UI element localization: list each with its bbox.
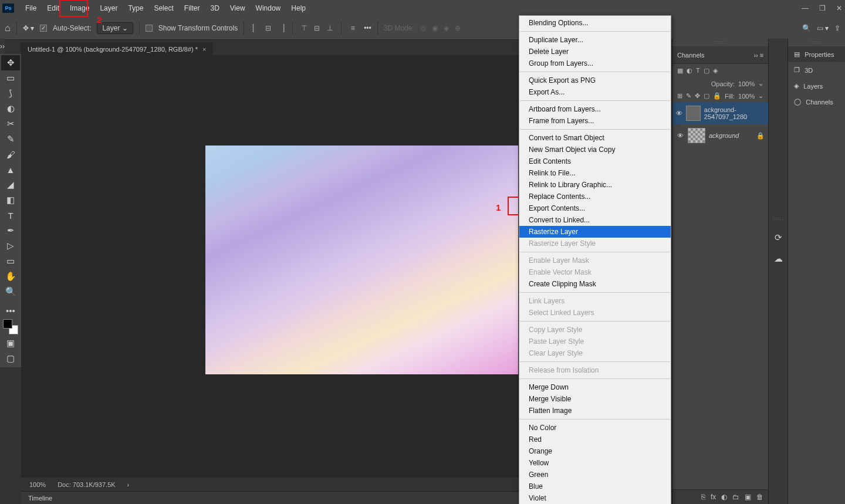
- doc-size-readout[interactable]: Doc: 703.1K/937.5K: [58, 481, 115, 488]
- ctx-replace-contents[interactable]: Replace Contents...: [519, 191, 671, 202]
- adjustments-icon[interactable]: ⟳: [769, 232, 787, 243]
- ctx-frame-from-layers[interactable]: Frame from Layers...: [519, 115, 671, 127]
- menu-select[interactable]: Select: [148, 1, 178, 15]
- ctx-blue[interactable]: Blue: [519, 481, 671, 492]
- menu-type[interactable]: Type: [123, 1, 148, 15]
- align-right-icon[interactable]: ▕: [276, 23, 286, 33]
- hand-tool[interactable]: ✋: [1, 269, 20, 284]
- show-transform-checkbox[interactable]: [146, 25, 153, 32]
- ctx-quick-export-as-png[interactable]: Quick Export as PNG: [519, 75, 671, 86]
- lock-artboard-icon[interactable]: ▢: [704, 92, 709, 100]
- color-swatches[interactable]: [3, 319, 18, 334]
- minimize-icon[interactable]: —: [802, 4, 809, 12]
- ctx-edit-contents[interactable]: Edit Contents: [519, 155, 671, 167]
- filter-pixel-icon[interactable]: ▦: [677, 67, 683, 75]
- new-layer-icon[interactable]: ▣: [745, 493, 751, 501]
- opacity-value[interactable]: 100%: [738, 80, 755, 87]
- panel-expand-icon[interactable]: ›› ≡: [753, 52, 763, 59]
- auto-select-checkbox[interactable]: [40, 25, 47, 32]
- ctx-export-contents[interactable]: Export Contents...: [519, 202, 671, 214]
- menu-file[interactable]: File: [20, 1, 42, 15]
- document-canvas[interactable]: [205, 146, 518, 374]
- align-left-icon[interactable]: ▏: [250, 23, 261, 33]
- visibility-icon[interactable]: 👁: [676, 132, 684, 139]
- eraser-tool[interactable]: ◧: [1, 192, 20, 208]
- lock-pixels-icon[interactable]: ✎: [686, 92, 691, 100]
- align-bottom-icon[interactable]: ⊥: [325, 23, 335, 33]
- ctx-convert-to-smart-object[interactable]: Convert to Smart Object: [519, 132, 671, 144]
- move-tool[interactable]: ✥: [1, 55, 20, 70]
- filter-type-icon[interactable]: T: [696, 67, 700, 75]
- menu-view[interactable]: View: [225, 1, 251, 15]
- filter-adjust-icon[interactable]: ◐: [687, 67, 692, 75]
- layer-fx-icon[interactable]: fx: [711, 493, 716, 501]
- lock-transparency-icon[interactable]: ⊞: [677, 92, 682, 100]
- menu-image[interactable]: Image: [65, 1, 94, 15]
- path-select-tool[interactable]: ▷: [1, 238, 20, 253]
- ctx-duplicate-layer[interactable]: Duplicate Layer...: [519, 34, 671, 46]
- ctx-relink-to-library-graphic[interactable]: Relink to Library Graphic...: [519, 179, 671, 191]
- menu-window[interactable]: Window: [251, 1, 286, 15]
- ctx-violet[interactable]: Violet: [519, 492, 671, 504]
- type-tool[interactable]: T: [1, 208, 20, 223]
- workspace-icon[interactable]: ▭ ▾: [817, 24, 829, 32]
- ctx-orange[interactable]: Orange: [519, 445, 671, 457]
- ctx-create-clipping-mask[interactable]: Create Clipping Mask: [519, 278, 671, 290]
- ctx-relink-to-file[interactable]: Relink to File...: [519, 167, 671, 179]
- foreground-swatch[interactable]: [3, 319, 12, 329]
- ctx-blending-options[interactable]: Blending Options...: [519, 17, 671, 29]
- align-vcenter-icon[interactable]: ⊟: [312, 23, 322, 33]
- zoom-readout[interactable]: 100%: [29, 481, 46, 488]
- home-icon[interactable]: ⌂: [5, 23, 11, 33]
- status-arrow-icon[interactable]: ›: [127, 481, 130, 488]
- ctx-export-as[interactable]: Export As...: [519, 86, 671, 98]
- properties-tab[interactable]: ▤ Properties: [788, 46, 845, 62]
- eyedropper-tool[interactable]: ✎: [1, 131, 20, 147]
- panel-grip3[interactable]: ::::::: [788, 39, 845, 46]
- ctx-artboard-from-layers[interactable]: Artboard from Layers...: [519, 103, 671, 115]
- layers-tab[interactable]: ◈ Layers: [788, 78, 845, 94]
- screenmode-tool[interactable]: ▢: [1, 351, 20, 366]
- ctx-flatten-image[interactable]: Flatten Image: [519, 405, 671, 417]
- distribute-icon[interactable]: ≡: [347, 23, 358, 33]
- libraries-icon[interactable]: ☁: [769, 253, 787, 265]
- new-group-icon[interactable]: 🗀: [732, 493, 739, 501]
- ctx-yellow[interactable]: Yellow: [519, 457, 671, 469]
- close-icon[interactable]: ✕: [836, 4, 842, 12]
- auto-select-target[interactable]: Layer ⌄: [97, 22, 133, 34]
- ctx-merge-down[interactable]: Merge Down: [519, 381, 671, 393]
- filter-smart-icon[interactable]: ◈: [713, 67, 718, 75]
- ctx-group-from-layers[interactable]: Group from Layers...: [519, 57, 671, 69]
- menu-help[interactable]: Help: [286, 1, 311, 15]
- channels-tab[interactable]: ◯ Channels: [788, 94, 845, 110]
- delete-layer-icon[interactable]: 🗑: [756, 493, 763, 501]
- link-layers-icon[interactable]: ⎘: [701, 493, 705, 501]
- fill-value[interactable]: 100%: [738, 93, 755, 100]
- ctx-delete-layer[interactable]: Delete Layer: [519, 46, 671, 57]
- ctx-red[interactable]: Red: [519, 434, 671, 445]
- shape-tool[interactable]: ▭: [1, 253, 20, 269]
- ctx-green[interactable]: Green: [519, 469, 671, 481]
- menu-layer[interactable]: Layer: [94, 1, 123, 15]
- channels-panel-tab[interactable]: Channels ›› ≡: [672, 46, 768, 64]
- quick-select-tool[interactable]: ◐: [1, 101, 20, 116]
- maximize-icon[interactable]: ❐: [819, 4, 826, 12]
- document-tab[interactable]: Untitled-1 @ 100% (background-2547097_12…: [21, 42, 213, 56]
- align-top-icon[interactable]: ⊤: [299, 23, 309, 33]
- zoom-tool[interactable]: 🔍: [1, 284, 20, 299]
- visibility-icon[interactable]: 👁: [676, 110, 682, 117]
- lasso-tool[interactable]: ⟆: [1, 86, 20, 101]
- pen-tool[interactable]: ✒: [1, 223, 20, 238]
- layer-row[interactable]: 👁 ackground-2547097_1280: [672, 102, 768, 124]
- tab-close-icon[interactable]: ×: [202, 46, 206, 53]
- ctx-rasterize-layer[interactable]: Rasterize Layer: [519, 226, 671, 238]
- layer-thumbnail[interactable]: [686, 106, 701, 121]
- share-icon[interactable]: ⇪: [834, 24, 840, 32]
- brush-tool[interactable]: 🖌: [1, 147, 20, 162]
- lock-all-icon[interactable]: 🔒: [713, 92, 721, 100]
- search-icon[interactable]: 🔍: [802, 24, 811, 32]
- align-hcenter-icon[interactable]: ⊟: [263, 23, 273, 33]
- ctx-convert-to-linked[interactable]: Convert to Linked...: [519, 214, 671, 226]
- move-tool-icon[interactable]: ✥ ▾: [23, 24, 34, 32]
- marquee-tool[interactable]: ▭: [1, 70, 20, 86]
